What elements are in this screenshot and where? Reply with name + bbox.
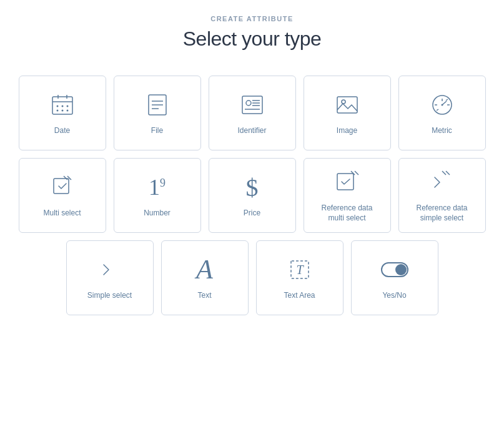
tile-ref-multi-label: Reference data multi select [321,204,372,223]
tile-image[interactable]: Image [304,76,391,150]
identifier-icon [237,90,267,120]
svg-line-37 [446,171,450,175]
page-header: CREATE ATTRIBUTE Select your type [183,15,321,51]
toggle-icon [380,255,410,285]
page-title: Select your type [183,27,321,51]
tile-text-area-label: Text Area [284,291,315,301]
tile-date-label: Date [54,126,70,136]
tile-metric-label: Metric [432,126,452,136]
svg-rect-33 [337,174,353,190]
tile-text[interactable]: A Text [161,240,249,315]
tile-identifier-label: Identifier [237,126,266,136]
svg-rect-30 [54,179,69,194]
tile-file-label: File [151,126,163,136]
tile-simple-select[interactable]: Simple select [66,240,154,315]
price-icon: $ [237,172,267,202]
tile-file[interactable]: File [114,76,201,150]
tile-ref-simple-label: Reference data simple select [416,204,467,223]
svg-line-29 [446,99,448,101]
number-icon: 19 [142,172,172,202]
type-grid: Date File [0,76,504,315]
grid-row-3: Simple select A Text T Text Area Yes/No [19,240,486,315]
svg-line-35 [355,171,358,175]
svg-point-8 [61,110,63,112]
tile-price-label: Price [244,209,260,219]
text-icon: A [190,255,220,285]
page-subtitle: CREATE ATTRIBUTE [183,15,321,22]
tile-identifier[interactable]: Identifier [209,76,296,150]
ref-simple-icon [427,167,457,197]
svg-text:T: T [296,263,304,277]
tile-text-area[interactable]: T Text Area [256,240,343,315]
tile-yes-no[interactable]: Yes/No [351,240,438,315]
ref-multi-icon [332,167,362,197]
svg-rect-20 [337,97,357,113]
tile-ref-multi[interactable]: Reference data multi select [304,158,391,233]
tile-metric[interactable]: Metric [398,76,486,150]
tile-text-label: Text [197,291,211,301]
metric-icon [427,90,457,120]
tile-image-label: Image [337,126,357,136]
svg-point-21 [342,100,345,104]
tile-number-label: Number [144,209,170,219]
tile-ref-simple[interactable]: Reference data simple select [398,158,486,233]
svg-line-31 [64,176,67,180]
tile-multi-select-label: Multi select [43,209,81,219]
svg-point-6 [66,106,68,107]
file-icon [142,90,172,120]
tile-simple-select-label: Simple select [87,291,132,301]
svg-point-25 [441,104,443,106]
grid-row-1: Date File [19,76,486,150]
image-icon [332,90,362,120]
tile-date[interactable]: Date [19,76,106,150]
svg-point-4 [56,106,58,107]
tile-yes-no-label: Yes/No [382,291,406,301]
simple-select-icon [95,255,125,285]
svg-point-5 [61,106,63,107]
calendar-icon [47,90,77,120]
tile-number[interactable]: 19 Number [114,158,201,233]
svg-point-9 [66,110,68,112]
text-area-icon: T [285,255,315,285]
svg-point-7 [56,110,58,112]
grid-row-2: Multi select 19 Number $ Price [19,158,486,233]
svg-point-15 [246,101,251,106]
svg-rect-14 [242,96,262,114]
tile-price[interactable]: $ Price [209,158,296,233]
tile-multi-select[interactable]: Multi select [19,158,106,233]
svg-line-28 [437,109,438,110]
svg-line-36 [442,171,446,175]
multi-select-icon [47,172,77,202]
svg-line-32 [67,176,71,180]
